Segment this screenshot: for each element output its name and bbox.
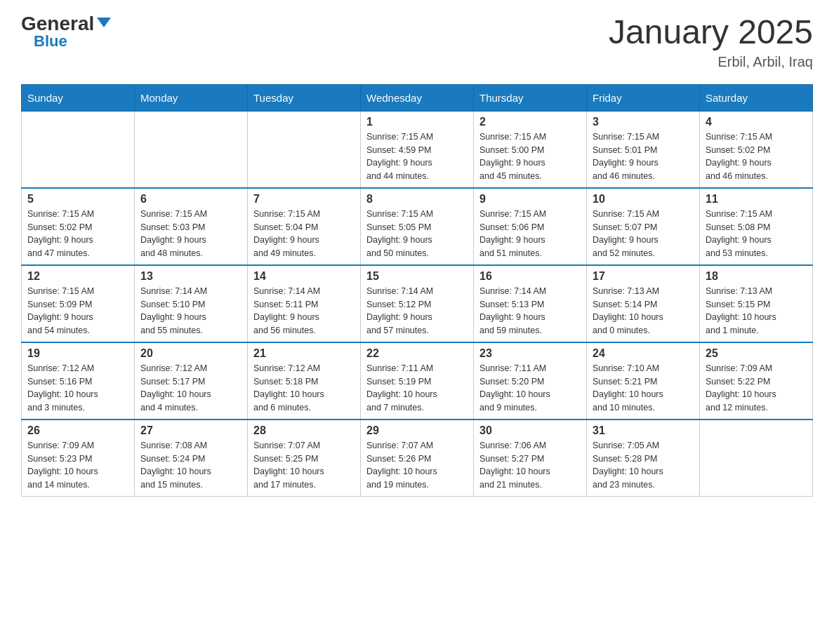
day-number: 30 [479,424,581,437]
day-number: 12 [27,270,128,283]
logo-general-text: General [21,14,94,34]
day-info: Sunrise: 7:15 AMSunset: 5:07 PMDaylight:… [593,208,694,260]
day-info: Sunrise: 7:15 AMSunset: 4:59 PMDaylight:… [366,130,468,183]
day-number: 8 [366,193,468,206]
cell-week3-day0: 12Sunrise: 7:15 AMSunset: 5:09 PMDayligh… [22,265,135,342]
day-number: 31 [593,424,694,437]
day-info: Sunrise: 7:07 AMSunset: 5:26 PMDaylight:… [366,439,468,492]
col-monday: Monday [135,84,248,111]
day-number: 17 [593,270,694,283]
day-info: Sunrise: 7:15 AMSunset: 5:08 PMDaylight:… [706,208,807,260]
week-row-1: 1Sunrise: 7:15 AMSunset: 4:59 PMDaylight… [22,111,813,188]
day-info: Sunrise: 7:05 AMSunset: 5:28 PMDaylight:… [593,439,694,492]
day-info: Sunrise: 7:13 AMSunset: 5:14 PMDaylight:… [593,285,694,337]
day-info: Sunrise: 7:10 AMSunset: 5:21 PMDaylight:… [593,362,694,415]
day-number: 3 [593,116,694,128]
day-number: 27 [140,424,241,437]
day-info: Sunrise: 7:09 AMSunset: 5:22 PMDaylight:… [706,362,807,415]
cell-week1-day6: 4Sunrise: 7:15 AMSunset: 5:02 PMDaylight… [700,111,813,188]
day-number: 22 [366,347,468,360]
cell-week2-day3: 8Sunrise: 7:15 AMSunset: 5:05 PMDaylight… [361,188,474,265]
col-wednesday: Wednesday [361,84,474,111]
day-number: 1 [366,116,468,128]
day-number: 4 [706,116,807,128]
cell-week5-day5: 31Sunrise: 7:05 AMSunset: 5:28 PMDayligh… [587,420,700,497]
day-info: Sunrise: 7:12 AMSunset: 5:18 PMDaylight:… [253,362,355,415]
col-thursday: Thursday [474,84,587,111]
calendar-table: Sunday Monday Tuesday Wednesday Thursday… [21,84,813,497]
day-number: 21 [253,347,355,360]
day-info: Sunrise: 7:15 AMSunset: 5:02 PMDaylight:… [706,130,807,183]
day-number: 16 [479,270,581,283]
day-number: 20 [140,347,241,360]
day-info: Sunrise: 7:15 AMSunset: 5:03 PMDaylight:… [140,208,241,260]
cell-week1-day5: 3Sunrise: 7:15 AMSunset: 5:01 PMDaylight… [587,111,700,188]
week-row-4: 19Sunrise: 7:12 AMSunset: 5:16 PMDayligh… [22,342,813,420]
col-saturday: Saturday [700,84,813,111]
day-info: Sunrise: 7:14 AMSunset: 5:12 PMDaylight:… [366,285,468,337]
day-info: Sunrise: 7:15 AMSunset: 5:04 PMDaylight:… [253,208,355,260]
cell-week5-day6 [700,420,813,497]
cell-week2-day0: 5Sunrise: 7:15 AMSunset: 5:02 PMDaylight… [22,188,135,265]
day-number: 11 [706,193,807,206]
day-info: Sunrise: 7:12 AMSunset: 5:17 PMDaylight:… [140,362,241,415]
logo-blue-text: Blue [34,34,67,49]
logo-triangle-icon [97,18,111,27]
day-number: 14 [253,270,355,283]
day-info: Sunrise: 7:08 AMSunset: 5:24 PMDaylight:… [140,439,241,492]
week-row-5: 26Sunrise: 7:09 AMSunset: 5:23 PMDayligh… [22,420,813,497]
day-info: Sunrise: 7:14 AMSunset: 5:10 PMDaylight:… [140,285,241,337]
day-number: 6 [140,193,241,206]
calendar-header-row: Sunday Monday Tuesday Wednesday Thursday… [22,84,813,111]
day-number: 19 [27,347,128,360]
cell-week2-day6: 11Sunrise: 7:15 AMSunset: 5:08 PMDayligh… [700,188,813,265]
cell-week5-day3: 29Sunrise: 7:07 AMSunset: 5:26 PMDayligh… [361,420,474,497]
day-number: 24 [593,347,694,360]
day-info: Sunrise: 7:15 AMSunset: 5:00 PMDaylight:… [479,130,581,183]
day-info: Sunrise: 7:14 AMSunset: 5:13 PMDaylight:… [479,285,581,337]
cell-week5-day0: 26Sunrise: 7:09 AMSunset: 5:23 PMDayligh… [22,420,135,497]
cell-week4-day5: 24Sunrise: 7:10 AMSunset: 5:21 PMDayligh… [587,342,700,420]
day-number: 10 [593,193,694,206]
day-info: Sunrise: 7:12 AMSunset: 5:16 PMDaylight:… [27,362,128,415]
week-row-3: 12Sunrise: 7:15 AMSunset: 5:09 PMDayligh… [22,265,813,342]
day-number: 18 [706,270,807,283]
cell-week5-day2: 28Sunrise: 7:07 AMSunset: 5:25 PMDayligh… [248,420,361,497]
day-info: Sunrise: 7:15 AMSunset: 5:05 PMDaylight:… [366,208,468,260]
cell-week3-day5: 17Sunrise: 7:13 AMSunset: 5:14 PMDayligh… [587,265,700,342]
cell-week3-day2: 14Sunrise: 7:14 AMSunset: 5:11 PMDayligh… [248,265,361,342]
day-info: Sunrise: 7:09 AMSunset: 5:23 PMDaylight:… [27,439,128,492]
day-number: 7 [253,193,355,206]
day-info: Sunrise: 7:11 AMSunset: 5:19 PMDaylight:… [366,362,468,415]
cell-week4-day2: 21Sunrise: 7:12 AMSunset: 5:18 PMDayligh… [248,342,361,420]
cell-week1-day3: 1Sunrise: 7:15 AMSunset: 4:59 PMDaylight… [361,111,474,188]
cell-week1-day0 [22,111,135,188]
cell-week2-day2: 7Sunrise: 7:15 AMSunset: 5:04 PMDaylight… [248,188,361,265]
cell-week2-day1: 6Sunrise: 7:15 AMSunset: 5:03 PMDaylight… [135,188,248,265]
cell-week5-day1: 27Sunrise: 7:08 AMSunset: 5:24 PMDayligh… [135,420,248,497]
cell-week5-day4: 30Sunrise: 7:06 AMSunset: 5:27 PMDayligh… [474,420,587,497]
day-number: 2 [479,116,581,128]
day-info: Sunrise: 7:15 AMSunset: 5:09 PMDaylight:… [27,285,128,337]
day-number: 5 [27,193,128,206]
day-number: 25 [706,347,807,360]
day-info: Sunrise: 7:07 AMSunset: 5:25 PMDaylight:… [253,439,355,492]
day-info: Sunrise: 7:15 AMSunset: 5:06 PMDaylight:… [479,208,581,260]
day-info: Sunrise: 7:15 AMSunset: 5:02 PMDaylight:… [27,208,128,260]
col-friday: Friday [587,84,700,111]
subtitle: Erbil, Arbil, Iraq [609,54,813,70]
cell-week1-day4: 2Sunrise: 7:15 AMSunset: 5:00 PMDaylight… [474,111,587,188]
col-tuesday: Tuesday [248,84,361,111]
week-row-2: 5Sunrise: 7:15 AMSunset: 5:02 PMDaylight… [22,188,813,265]
cell-week4-day4: 23Sunrise: 7:11 AMSunset: 5:20 PMDayligh… [474,342,587,420]
day-info: Sunrise: 7:14 AMSunset: 5:11 PMDaylight:… [253,285,355,337]
title-block: January 2025 Erbil, Arbil, Iraq [609,14,813,70]
day-info: Sunrise: 7:13 AMSunset: 5:15 PMDaylight:… [706,285,807,337]
day-info: Sunrise: 7:06 AMSunset: 5:27 PMDaylight:… [479,439,581,492]
day-number: 23 [479,347,581,360]
cell-week1-day1 [135,111,248,188]
day-number: 13 [140,270,241,283]
cell-week3-day3: 15Sunrise: 7:14 AMSunset: 5:12 PMDayligh… [361,265,474,342]
day-number: 26 [27,424,128,437]
day-number: 9 [479,193,581,206]
